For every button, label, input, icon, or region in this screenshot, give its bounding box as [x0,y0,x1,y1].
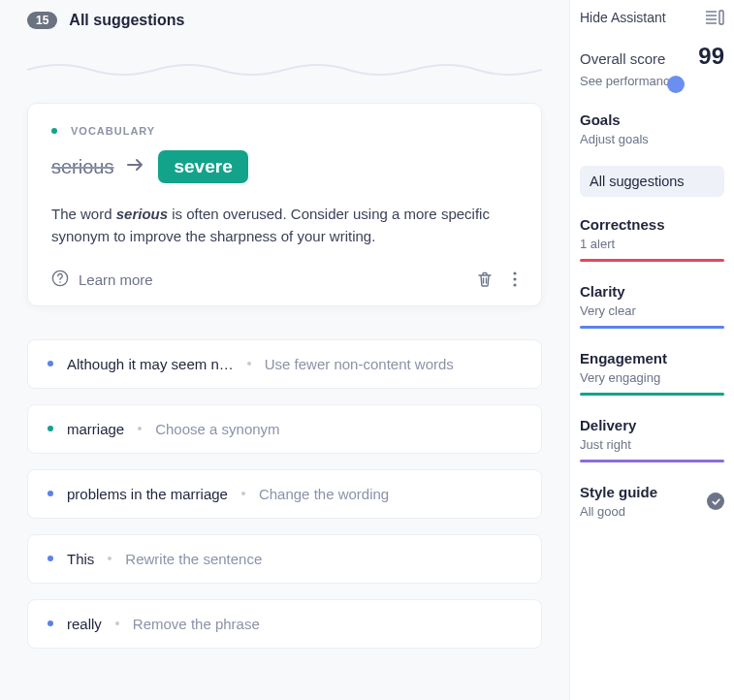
help-icon [51,270,69,290]
row-text: This [67,551,94,567]
category-label: VOCABULARY [71,125,155,137]
svg-point-2 [513,271,516,274]
card-actions [475,270,518,289]
suggestion-row[interactable]: Although it may seem n…Use fewer non-con… [27,339,542,389]
see-performance-link[interactable]: See performance [580,74,724,88]
metric-sub: Very engaging [580,370,724,385]
replacement-row: serious severe [51,150,518,183]
row-hint: Remove the phrase [133,616,260,632]
metric-bar [580,393,724,396]
suggestion-row[interactable]: reallyRemove the phrase [27,599,542,649]
score-value: 99 [698,43,724,70]
learn-more-link[interactable]: Learn more [51,270,153,290]
metric-correctness[interactable]: Correctness1 alert [580,216,724,262]
category-dot-icon [51,128,57,134]
delete-button[interactable] [475,270,495,289]
layout-toggle-button[interactable] [705,10,724,25]
learn-more-label: Learn more [79,271,153,288]
metric-sub: Just right [580,437,724,452]
metric-title: Correctness [580,216,724,233]
metric-title: Delivery [580,417,724,433]
row-dot-icon [48,556,53,561]
suggestion-row[interactable]: ThisRewrite the sentence [27,534,542,584]
metric-delivery[interactable]: DeliveryJust right [580,417,724,462]
metric-title: Engagement [580,350,724,366]
suggestion-count-badge: 15 [27,12,57,29]
metric-clarity[interactable]: ClarityVery clear [580,283,724,329]
more-button[interactable] [512,270,518,289]
dot-separator-icon [247,362,251,366]
suggestion-row[interactable]: marriageChoose a synonym [27,404,542,454]
page-title: All suggestions [69,12,184,29]
svg-point-3 [513,277,516,280]
metric-sub: 1 alert [580,237,724,251]
row-dot-icon [48,361,53,366]
row-hint: Choose a synonym [155,421,279,437]
dot-separator-icon [138,427,142,430]
explain-pre: The word [51,206,116,222]
row-dot-icon [48,620,53,626]
svg-point-1 [59,281,61,283]
wavy-divider [27,58,542,81]
style-guide-sub: All good [580,504,657,519]
assistant-sidebar: Hide Assistant Overall score 99 See perf… [569,0,734,700]
row-dot-icon [48,426,53,431]
more-vertical-icon [512,270,518,289]
row-hint: Use fewer non-content words [265,356,454,372]
hide-assistant-link[interactable]: Hide Assistant [580,10,666,25]
row-dot-icon [48,491,53,496]
sidebar-top: Hide Assistant [580,10,724,25]
adjust-goals-link[interactable]: Adjust goals [580,132,724,146]
svg-point-4 [513,283,516,286]
dot-separator-icon [241,492,245,495]
style-guide-title: Style guide [580,484,657,500]
suggestion-row[interactable]: problems in the marriageChange the wordi… [27,469,542,519]
card-footer: Learn more [51,270,518,290]
metric-bar [580,326,724,329]
trash-icon [475,270,495,289]
row-hint: Rewrite the sentence [125,551,262,567]
overall-score-row[interactable]: Overall score 99 [580,43,724,70]
expanded-suggestion-card: VOCABULARY serious severe The word serio… [27,103,542,306]
panel-icon [705,10,724,25]
metric-sub: Very clear [580,303,724,318]
all-suggestions-tab[interactable]: All suggestions [580,166,724,197]
score-label: Overall score [580,50,665,67]
row-text: marriage [67,421,124,437]
notification-dot-icon [667,76,685,93]
main-panel: 15 All suggestions VOCABULARY serious se… [0,0,569,700]
dot-separator-icon [115,621,119,625]
goals-title: Goals [580,111,724,128]
suggestions-header: 15 All suggestions [27,12,542,29]
style-guide-section[interactable]: Style guide All good [580,484,724,519]
metric-bar [580,259,724,262]
check-badge-icon [707,493,724,510]
dot-separator-icon [108,557,112,560]
metric-bar [580,460,724,462]
metric-title: Clarity [580,283,724,300]
metric-engagement[interactable]: EngagementVery engaging [580,350,724,396]
row-hint: Change the wording [259,486,389,502]
row-text: really [67,616,102,632]
row-text: Although it may seem n… [67,356,234,372]
svg-rect-9 [719,11,723,24]
explanation-text: The word serious is often overused. Cons… [51,203,518,248]
arrow-right-icon [127,158,144,175]
original-word: serious [51,156,113,178]
category-row: VOCABULARY [51,125,518,137]
explain-bold: serious [116,206,168,222]
suggested-word-chip[interactable]: severe [158,150,247,183]
row-text: problems in the marriage [67,486,228,502]
